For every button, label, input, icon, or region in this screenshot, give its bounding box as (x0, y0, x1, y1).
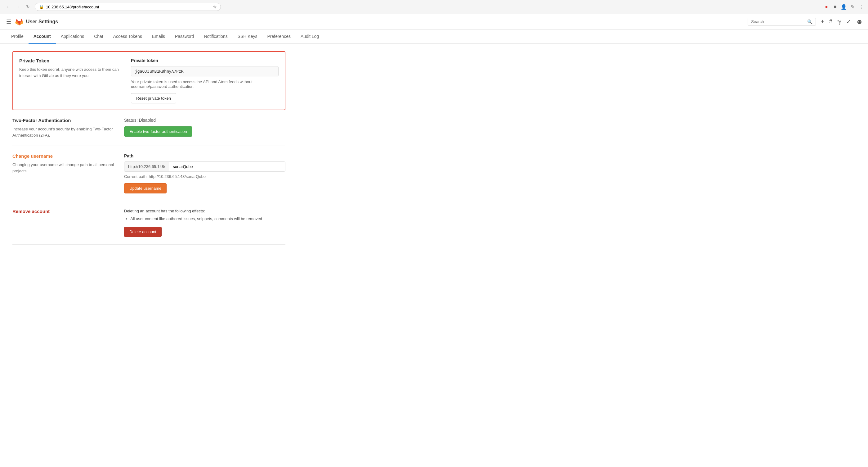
merge-icon[interactable]: ℽ (837, 18, 841, 25)
tab-chat[interactable]: Chat (89, 29, 108, 44)
private-token-desc: Keep this token secret, anyone with acce… (19, 66, 122, 79)
two-factor-desc: Increase your account's security by enab… (12, 126, 115, 138)
pen-icon: ✎ (849, 4, 856, 10)
address-input[interactable] (46, 5, 211, 9)
two-factor-title: Two-Factor Authentication (12, 118, 115, 123)
app-header: ☰ User Settings 🔍 + # ℽ ✓ ☻ (0, 14, 868, 29)
delete-effect-item: All user content like authored issues, s… (130, 216, 285, 222)
profile-icon: 👤 (841, 4, 847, 10)
tab-account[interactable]: Account (29, 29, 56, 44)
tab-notifications[interactable]: Notifications (199, 29, 232, 44)
token-value-input[interactable] (131, 66, 279, 77)
change-username-title: Change username (12, 153, 115, 159)
token-hint: Your private token is used to access the… (131, 80, 279, 89)
app-title: User Settings (26, 19, 58, 25)
delete-effects-title: Deleting an account has the following ef… (124, 209, 285, 213)
delete-account-button[interactable]: Delete account (124, 227, 162, 237)
remove-account-left: Remove account (12, 209, 124, 237)
plus-icon[interactable]: + (821, 18, 824, 25)
remove-account-section: Remove account Deleting an account has t… (12, 201, 285, 245)
path-input-row: http://10.236.65.148/ (124, 162, 285, 172)
tab-preferences[interactable]: Preferences (262, 29, 295, 44)
two-factor-right: Status: Disabled Enable two-factor authe… (124, 118, 285, 138)
back-button[interactable]: ← (4, 2, 12, 11)
two-factor-left: Two-Factor Authentication Increase your … (12, 118, 124, 138)
browser-chrome: ← → ↻ 🔒 ☆ ● ■ 👤 ✎ ⋮ (0, 0, 868, 14)
tab-password[interactable]: Password (170, 29, 199, 44)
delete-effects: Deleting an account has the following ef… (124, 209, 285, 222)
star-icon: ☆ (213, 4, 217, 9)
gitlab-logo (15, 18, 24, 26)
browser-nav-buttons: ← → ↻ (4, 2, 32, 11)
username-input[interactable] (169, 162, 285, 171)
current-path: Current path: http://10.236.65.148/sonar… (124, 174, 285, 179)
tab-emails[interactable]: Emails (147, 29, 170, 44)
reload-button[interactable]: ↻ (24, 2, 32, 11)
opera-icon: ● (823, 4, 830, 10)
check-icon[interactable]: ✓ (846, 18, 851, 25)
private-token-row: Private Token Keep this token secret, an… (19, 58, 279, 104)
change-username-left: Change username Changing your username w… (12, 153, 124, 194)
token-label: Private token (131, 58, 279, 63)
update-username-button[interactable]: Update username (124, 183, 166, 194)
logo-area: User Settings (15, 18, 58, 26)
delete-effects-list: All user content like authored issues, s… (124, 216, 285, 222)
tab-ssh-keys[interactable]: SSH Keys (232, 29, 262, 44)
change-username-desc: Changing your username will change path … (12, 162, 115, 174)
private-token-left: Private Token Keep this token secret, an… (19, 58, 131, 104)
remove-account-right: Deleting an account has the following ef… (124, 209, 285, 237)
avatar-icon[interactable]: ☻ (856, 18, 863, 26)
two-factor-status: Status: Disabled (124, 118, 285, 123)
remove-account-title: Remove account (12, 209, 115, 214)
header-icons: + # ℽ ✓ ☻ (821, 18, 863, 26)
tab-profile[interactable]: Profile (6, 29, 29, 44)
tab-audit-log[interactable]: Audit Log (296, 29, 324, 44)
private-token-right: Private token Your private token is used… (131, 58, 279, 104)
hamburger-button[interactable]: ☰ (5, 17, 12, 26)
search-icon: 🔍 (807, 19, 812, 24)
reset-private-token-button[interactable]: Reset private token (131, 93, 176, 104)
browser-actions: ● ■ 👤 ✎ ⋮ (823, 4, 864, 10)
forward-button[interactable]: → (14, 2, 22, 11)
search-input[interactable] (751, 19, 805, 24)
tab-access-tokens[interactable]: Access Tokens (108, 29, 147, 44)
change-username-section: Change username Changing your username w… (12, 146, 285, 201)
two-factor-section: Two-Factor Authentication Increase your … (12, 110, 285, 146)
lock-icon: 🔒 (39, 4, 44, 9)
private-token-title: Private Token (19, 58, 122, 63)
extension-icon: ■ (832, 4, 838, 10)
header-search[interactable]: 🔍 (748, 18, 816, 26)
private-token-section: Private Token Keep this token secret, an… (12, 51, 285, 110)
enable-2fa-button[interactable]: Enable two-factor authentication (124, 126, 192, 137)
menu-icon: ⋮ (858, 4, 864, 10)
address-bar[interactable]: 🔒 ☆ (35, 3, 221, 11)
path-label: Path (124, 153, 285, 158)
change-username-right: Path http://10.236.65.148/ Current path:… (124, 153, 285, 194)
tab-applications[interactable]: Applications (56, 29, 89, 44)
path-prefix: http://10.236.65.148/ (124, 162, 169, 171)
hash-icon[interactable]: # (829, 18, 832, 25)
main-content: Private Token Keep this token secret, an… (0, 44, 298, 252)
nav-tabs: Profile Account Applications Chat Access… (0, 29, 868, 44)
